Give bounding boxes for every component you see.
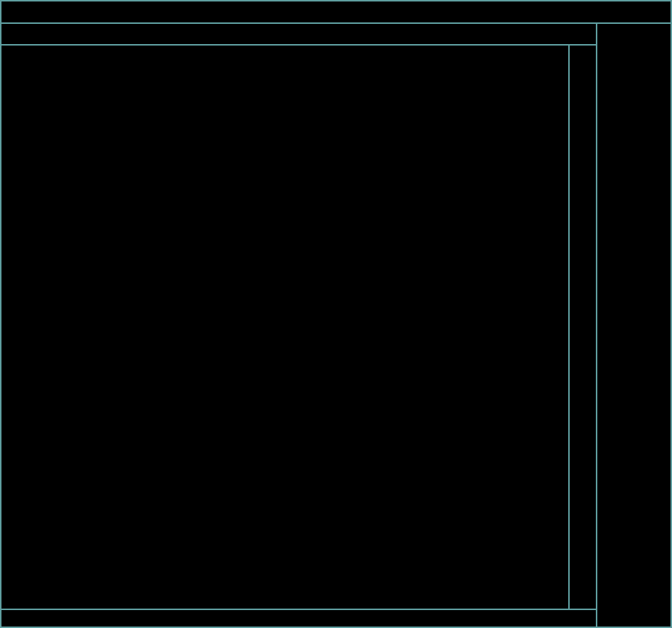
radar-viewer-window: [0, 0, 672, 628]
legend-sidebar: [596, 44, 672, 628]
window-title: [1, 1, 671, 22]
right-axis: [568, 44, 596, 609]
divider: [1, 22, 672, 24]
radar-map[interactable]: [1, 44, 568, 609]
bottom-axis: [1, 609, 596, 628]
